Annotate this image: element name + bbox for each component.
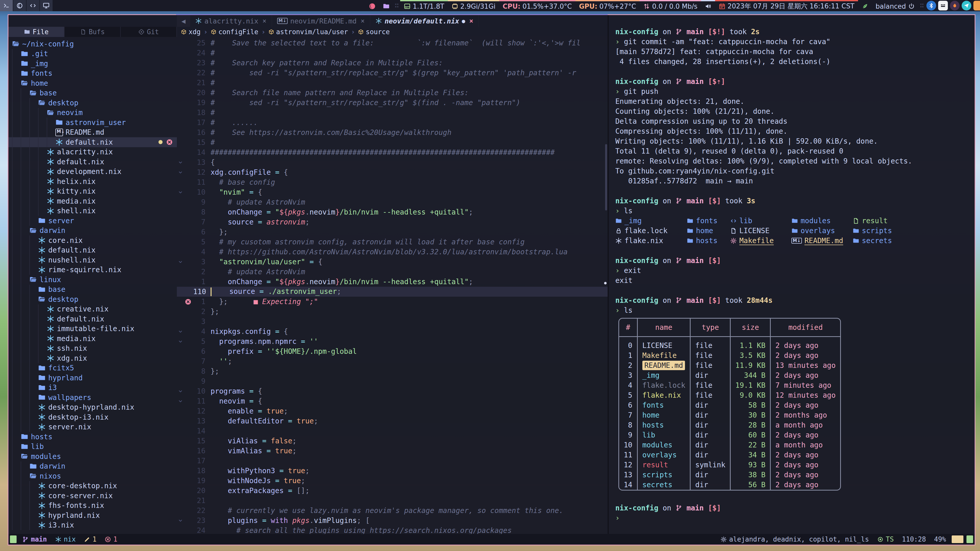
tree-row[interactable]: default.nix bbox=[8, 245, 177, 256]
fold-chevron-icon[interactable] bbox=[177, 170, 184, 175]
buffer-tabline[interactable]: ◀alacritty.nix×M↓neovim/README.md×neovim… bbox=[177, 15, 608, 27]
editor-line[interactable]: 20# Search file name pattern and Replace… bbox=[177, 88, 608, 98]
editor-line[interactable]: 12xdg.configFile = { bbox=[177, 167, 608, 177]
tree-source-tab-git[interactable]: Git bbox=[121, 27, 177, 37]
chat-icon-tray[interactable] bbox=[962, 1, 971, 11]
tree-row[interactable]: server bbox=[8, 216, 177, 226]
tree-row[interactable]: darwin bbox=[8, 226, 177, 236]
close-icon[interactable]: × bbox=[469, 17, 473, 25]
tree-source-tab-file[interactable]: File bbox=[8, 27, 65, 37]
editor-line[interactable]: 23 plugins = with pkgs.vimPlugins; [ bbox=[177, 516, 608, 526]
tree-row[interactable]: i3 bbox=[8, 383, 177, 393]
editor-line[interactable]: 18# bbox=[177, 108, 608, 118]
bluetooth-icon-tray[interactable] bbox=[926, 1, 936, 11]
fold-chevron-icon[interactable] bbox=[177, 259, 184, 265]
tree-row[interactable]: creative.nix bbox=[8, 304, 177, 314]
fold-chevron-icon[interactable] bbox=[177, 339, 184, 344]
tree-row[interactable]: ssh.nix bbox=[8, 344, 177, 354]
breadcrumb-item[interactable]: astronvim/lua/user bbox=[269, 28, 348, 36]
tree-row[interactable]: base bbox=[8, 285, 177, 295]
editor-line[interactable]: 16 vimAlias = true; bbox=[177, 446, 608, 456]
tree-row[interactable]: home bbox=[8, 78, 177, 88]
flame-icon-tray[interactable] bbox=[950, 1, 959, 11]
tree-row[interactable]: default.nix bbox=[8, 137, 177, 147]
tree-row[interactable]: media.nix bbox=[8, 196, 177, 206]
workspace-switcher[interactable] bbox=[0, 0, 53, 11]
editor-line[interactable]: 7 ''; bbox=[177, 356, 608, 366]
close-icon[interactable]: × bbox=[361, 17, 365, 25]
workspace-button[interactable] bbox=[40, 0, 53, 11]
code-editor[interactable]: 25# Save the selected text to a file: `:… bbox=[177, 37, 608, 534]
neotree-source-tabs[interactable]: FileBufsGit bbox=[8, 27, 177, 37]
editor-line[interactable]: 18 withPython3 = true; bbox=[177, 466, 608, 476]
editor-line[interactable]: 14######################################… bbox=[177, 148, 608, 157]
editor-line[interactable]: 10programs = { bbox=[177, 386, 608, 396]
buffer-tab[interactable]: neovim/default.nix●× bbox=[370, 15, 479, 27]
editor-line[interactable]: 11 neovim = { bbox=[177, 396, 608, 406]
editor-line[interactable]: 24# bbox=[177, 48, 608, 58]
tree-row[interactable]: lib bbox=[8, 442, 177, 452]
close-icon[interactable]: × bbox=[262, 17, 266, 25]
editor-line[interactable]: 7 source = astronvim; bbox=[177, 217, 608, 227]
tree-row[interactable]: darwin bbox=[8, 462, 177, 472]
editor-line[interactable]: 2}; bbox=[177, 306, 608, 317]
tree-row[interactable]: core.nix bbox=[8, 235, 177, 245]
tree-row[interactable]: ~/nix-config bbox=[8, 39, 177, 49]
terminal-pane[interactable]: nix-config on main [$!] took 2s› git com… bbox=[609, 15, 975, 534]
tree-row[interactable]: default.nix bbox=[8, 157, 177, 167]
editor-line[interactable]: 21 bbox=[177, 495, 608, 506]
editor-line[interactable]: 11 # base config bbox=[177, 177, 608, 187]
editor-line[interactable]: 1 }; ■ Expecting ";" bbox=[177, 297, 608, 306]
editor-line[interactable]: 17# ...... bbox=[177, 118, 608, 127]
editor-line[interactable]: 110 source = ./astronvim_user; bbox=[177, 287, 608, 297]
tree-row[interactable]: M↓README.md bbox=[8, 127, 177, 138]
tree-row[interactable]: .git bbox=[8, 49, 177, 59]
tree-row[interactable]: desktop-i3.nix bbox=[8, 412, 177, 422]
tree-row[interactable]: core-desktop.nix bbox=[8, 481, 177, 491]
editor-line[interactable]: 5 programs.npm.npmrc = '' bbox=[177, 337, 608, 346]
editor-line[interactable]: 15 viAlias = false; bbox=[177, 436, 608, 446]
tab-scroll-left-button[interactable]: ◀ bbox=[177, 15, 190, 27]
tree-row[interactable]: _img bbox=[8, 59, 177, 68]
tree-row[interactable]: hyprland bbox=[8, 373, 177, 383]
editor-line[interactable]: 16# See https://astronvim.com/Basic%20Us… bbox=[177, 127, 608, 138]
tree-row[interactable]: fcitx5 bbox=[8, 363, 177, 373]
editor-line[interactable]: 21# bbox=[177, 78, 608, 88]
tree-row[interactable]: server.nix bbox=[8, 422, 177, 432]
tree-source-tab-bufs[interactable]: Bufs bbox=[65, 27, 121, 37]
editor-line[interactable]: 19# sed -ri "s/pattern_str/replace_str/g… bbox=[177, 98, 608, 108]
editor-line[interactable]: 9 # update AstroNvim bbox=[177, 197, 608, 207]
tree-row[interactable]: nixos bbox=[8, 471, 177, 481]
breadcrumb-item[interactable]: xdg bbox=[181, 28, 200, 36]
editor-line[interactable]: 20 extraPackages = []; bbox=[177, 486, 608, 495]
tree-row[interactable]: linux bbox=[8, 275, 177, 285]
workspace-button[interactable] bbox=[13, 0, 27, 11]
fold-chevron-icon[interactable] bbox=[177, 329, 184, 334]
editor-line[interactable]: 17 bbox=[177, 456, 608, 466]
tree-row[interactable]: helix.nix bbox=[8, 176, 177, 186]
editor-line[interactable]: 12 enable = true; bbox=[177, 406, 608, 416]
tree-row[interactable]: development.nix bbox=[8, 167, 177, 177]
editor-line[interactable]: 13 defaultEditor = true; bbox=[177, 416, 608, 426]
buffer-tab[interactable]: M↓neovim/README.md× bbox=[272, 15, 370, 27]
workspace-button[interactable] bbox=[0, 0, 13, 11]
tree-row[interactable]: desktop bbox=[8, 294, 177, 304]
tree-row[interactable]: xdg.nix bbox=[8, 353, 177, 363]
editor-line[interactable]: 5 # my cusotom astronvim config, astronv… bbox=[177, 237, 608, 247]
editor-line[interactable]: 10 "nvim" = { bbox=[177, 187, 608, 197]
editor-line[interactable]: 13{ bbox=[177, 157, 608, 167]
tree-row[interactable]: kitty.nix bbox=[8, 186, 177, 197]
fold-chevron-icon[interactable] bbox=[177, 160, 184, 165]
workspace-button[interactable] bbox=[27, 0, 40, 11]
tree-row[interactable]: modules bbox=[8, 451, 177, 462]
fold-chevron-icon[interactable] bbox=[177, 190, 184, 195]
editor-line[interactable]: 2 # update AstroNvim bbox=[177, 267, 608, 277]
tree-row[interactable]: desktop bbox=[8, 98, 177, 108]
editor-line[interactable]: 14 bbox=[177, 426, 608, 436]
tree-row[interactable]: shell.nix bbox=[8, 206, 177, 216]
fold-chevron-icon[interactable] bbox=[177, 389, 184, 394]
editor-line[interactable]: 9 bbox=[177, 376, 608, 386]
fold-chevron-icon[interactable] bbox=[177, 399, 184, 404]
editor-line[interactable]: 15# bbox=[177, 138, 608, 148]
tree-row[interactable]: rime-squirrel.nix bbox=[8, 265, 177, 275]
